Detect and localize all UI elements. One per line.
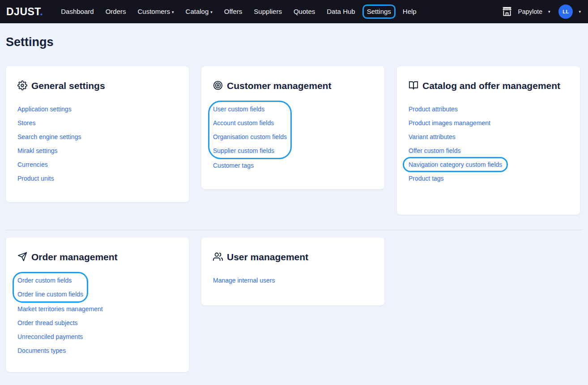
nav-item-dashboard[interactable]: Dashboard <box>61 8 94 16</box>
card-title-order-management: Order management <box>17 251 177 263</box>
link-application-settings[interactable]: Application settings <box>17 106 72 113</box>
nav-item-quotes[interactable]: Quotes <box>294 8 315 16</box>
list-item[interactable]: User custom fields <box>213 105 287 114</box>
link-variant-attributes[interactable]: Variant attributes <box>409 133 456 140</box>
link-account-custom-fields[interactable]: Account custom fields <box>213 119 274 127</box>
link-product-units[interactable]: Product units <box>17 175 54 182</box>
link-navigation-category-custom-fields[interactable]: Navigation category custom fields <box>409 161 502 168</box>
link-supplier-custom-fields[interactable]: Supplier custom fields <box>213 147 274 154</box>
link-customer-tags[interactable]: Customer tags <box>213 162 254 169</box>
nav-link-data-hub[interactable]: Data Hub <box>327 8 355 15</box>
link-order-line-custom-fields[interactable]: Order line custom fields <box>17 291 83 298</box>
list-item[interactable]: Order line custom fields <box>17 290 83 299</box>
nav-link-quotes[interactable]: Quotes <box>294 8 315 15</box>
nav-link-orders[interactable]: Orders <box>106 8 126 15</box>
card-title-general-settings: General settings <box>17 80 177 92</box>
links-list: Manage internal users <box>213 276 373 285</box>
link-organisation-custom-fields[interactable]: Organisation custom fields <box>213 133 287 140</box>
list-item[interactable]: Unreconciled payments <box>17 332 177 341</box>
list-item[interactable]: Mirakl settings <box>17 146 177 155</box>
list-item[interactable]: Product images management <box>409 118 568 127</box>
link-mirakl-settings[interactable]: Mirakl settings <box>17 147 57 154</box>
list-item[interactable]: Variant attributes <box>409 132 568 141</box>
list-item[interactable]: Product tags <box>409 174 568 183</box>
link-market-territories-management[interactable]: Market territories management <box>17 305 103 313</box>
link-search-engine-settings[interactable]: Search engine settings <box>17 133 81 140</box>
link-currencies[interactable]: Currencies <box>17 161 48 168</box>
link-manage-internal-users[interactable]: Manage internal users <box>213 277 275 284</box>
nav-item-catalog[interactable]: Catalog▾ <box>186 8 213 16</box>
nav-link-catalog[interactable]: Catalog <box>186 8 209 15</box>
nav-link-suppliers[interactable]: Suppliers <box>254 8 282 15</box>
link-product-images-management[interactable]: Product images management <box>409 119 490 127</box>
list-item[interactable]: Organisation custom fields <box>213 132 287 141</box>
nav-item-settings[interactable]: Settings <box>367 8 391 16</box>
store-selector[interactable]: Papylote <box>518 8 542 15</box>
list-item[interactable]: Manage internal users <box>213 276 373 285</box>
nav-link-help[interactable]: Help <box>403 8 417 15</box>
users-icon <box>213 252 223 262</box>
card-title-catalog-offer-management: Catalog and offer management <box>409 80 568 92</box>
link-order-custom-fields[interactable]: Order custom fields <box>17 277 72 284</box>
list-item[interactable]: Offer custom fields <box>409 146 568 155</box>
cards-row-bottom: Order management Order custom fields Ord… <box>6 237 582 372</box>
links-list: Order custom fields Order line custom fi… <box>17 276 83 299</box>
card-title-text: General settings <box>31 80 105 91</box>
chevron-down-icon: ▾ <box>210 10 213 14</box>
list-item[interactable]: Account custom fields <box>213 118 287 127</box>
chevron-down-icon: ▾ <box>172 10 174 14</box>
user-avatar[interactable]: LL <box>558 4 573 19</box>
nav-item-data-hub[interactable]: Data Hub <box>327 8 355 16</box>
card-user-management: User management Manage internal users <box>201 237 384 305</box>
list-item[interactable]: Product attributes <box>409 105 568 114</box>
link-documents-types[interactable]: Documents types <box>17 347 66 354</box>
list-item[interactable]: Order thread subjects <box>17 318 177 327</box>
card-title-text: Order management <box>31 252 118 262</box>
list-item[interactable]: Market territories management <box>17 305 177 313</box>
link-unreconciled-payments[interactable]: Unreconciled payments <box>17 333 83 340</box>
nav-item-orders[interactable]: Orders <box>106 8 126 16</box>
nav-link-customers[interactable]: Customers <box>137 8 170 15</box>
list-item[interactable]: Stores <box>17 118 177 127</box>
link-stores[interactable]: Stores <box>17 119 35 127</box>
send-icon <box>17 252 27 262</box>
link-product-tags[interactable]: Product tags <box>409 175 444 182</box>
nav-item-suppliers[interactable]: Suppliers <box>254 8 282 16</box>
link-offer-custom-fields[interactable]: Offer custom fields <box>409 147 460 154</box>
nav-link-settings[interactable]: Settings <box>367 8 391 15</box>
list-item[interactable]: Supplier custom fields <box>213 146 287 155</box>
nav-link-offers[interactable]: Offers <box>224 8 243 15</box>
links-list: Customer tags <box>213 161 373 170</box>
card-title-text: Customer management <box>227 80 331 91</box>
cards-row-top: General settings Application settings St… <box>6 66 582 215</box>
main-nav: Dashboard Orders Customers▾ Catalog▾ Off… <box>61 8 416 16</box>
link-product-attributes[interactable]: Product attributes <box>409 106 458 113</box>
list-item[interactable]: Documents types <box>17 346 177 355</box>
list-item[interactable]: Application settings <box>17 105 177 114</box>
customer-custom-fields-group: User custom fields Account custom fields… <box>213 105 287 155</box>
section-divider <box>6 230 582 230</box>
list-item[interactable]: Currencies <box>17 160 177 169</box>
nav-item-offers[interactable]: Offers <box>224 8 243 16</box>
list-item[interactable]: Product units <box>17 174 177 183</box>
page-title: Settings <box>6 35 582 49</box>
list-item[interactable]: Navigation category custom fields <box>409 160 568 169</box>
book-open-icon <box>409 80 418 91</box>
nav-link-dashboard[interactable]: Dashboard <box>61 8 94 15</box>
link-order-thread-subjects[interactable]: Order thread subjects <box>17 319 78 326</box>
link-user-custom-fields[interactable]: User custom fields <box>213 106 264 113</box>
card-title-text: User management <box>227 252 308 262</box>
settings-page: Settings General settings Application se… <box>0 35 588 372</box>
order-custom-fields-group: Order custom fields Order line custom fi… <box>17 276 83 299</box>
djust-logo[interactable]: DJUST. <box>6 6 43 18</box>
links-list: User custom fields Account custom fields… <box>213 105 287 155</box>
chevron-down-icon[interactable]: ▾ <box>548 9 550 14</box>
logo-text: DJUST <box>6 6 40 17</box>
list-item[interactable]: Order custom fields <box>17 276 83 285</box>
list-item[interactable]: Customer tags <box>213 161 373 170</box>
list-item[interactable]: Search engine settings <box>17 132 177 141</box>
nav-item-help[interactable]: Help <box>403 8 417 16</box>
chevron-down-icon[interactable]: ▾ <box>579 9 581 14</box>
nav-item-customers[interactable]: Customers▾ <box>137 8 174 16</box>
nav-right-section: Papylote ▾ LL ▾ <box>501 4 581 19</box>
